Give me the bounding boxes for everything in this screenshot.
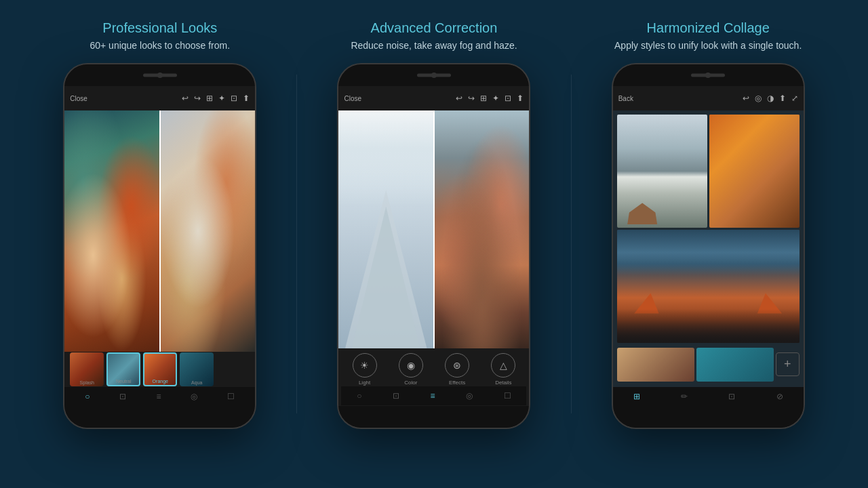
food-before (64, 110, 160, 352)
panel1-subtitle: 60+ unique looks to choose from. (90, 40, 230, 51)
feature-panel-3: Harmonized Collage Apply styles to unify… (579, 14, 837, 474)
tone-icon[interactable]: ◑ (767, 94, 774, 103)
control-color[interactable]: ◉ Color (399, 353, 423, 386)
screen3-content: + (613, 110, 804, 387)
add-photo-button[interactable]: + (776, 352, 800, 376)
close-button-2[interactable]: Close (344, 95, 361, 102)
nav-eye-icon[interactable]: ◎ (191, 392, 197, 401)
undo-icon-3[interactable]: ↩ (743, 94, 749, 103)
share-icon-2[interactable]: ⬆ (517, 94, 524, 103)
phone-bottom-bar-2 (338, 406, 529, 428)
filter-label-orange: Orange (144, 379, 176, 384)
nav-frame-icon-2[interactable]: ☐ (504, 391, 511, 401)
filter-strip: Splash Neutral Orange Aqua (64, 352, 255, 387)
screen1-toolbar: Close ↩ ↪ ⊞ ✦ ⊡ ⬆ (64, 86, 255, 110)
filter-label-aqua: Aqua (180, 380, 214, 385)
nav-collage-icon[interactable]: ⊞ (633, 392, 640, 401)
control-details[interactable]: △ Details (491, 353, 515, 386)
nav-frame-icon-3[interactable]: ⊡ (728, 392, 735, 401)
toolbar-icons-2: ↩ ↪ ⊞ ✦ ⊡ ⬆ (456, 94, 524, 103)
feature-panel-2: Advanced Correction Reduce noise, take a… (305, 14, 563, 474)
nav-crop-icon-2[interactable]: ⊡ (393, 391, 399, 401)
close-button-1[interactable]: Close (70, 95, 87, 102)
phone-mockup-3: Back ↩ ◎ ◑ ⬆ ⤢ (612, 63, 805, 429)
compare-icon-2[interactable]: ⊡ (505, 94, 511, 103)
nav-adjust-icon[interactable]: ≡ (156, 392, 161, 401)
color-icon: ◉ (399, 353, 423, 378)
panel2-subtitle: Reduce noise, take away fog and haze. (351, 40, 517, 51)
filter-neutral[interactable]: Neutral (106, 352, 140, 386)
light-label: Light (359, 380, 370, 386)
phone-mockup-2: Close ↩ ↪ ⊞ ✦ ⊡ ⬆ (337, 63, 530, 429)
compare-icon[interactable]: ⊡ (231, 94, 237, 103)
mountain-before (338, 110, 434, 348)
food-after (160, 110, 256, 352)
screen3-toolbar: Back ↩ ◎ ◑ ⬆ ⤢ (613, 86, 804, 110)
split-line[interactable] (159, 110, 161, 352)
screen2-controls: ☀ Light ◉ Color ⊛ Effects △ (338, 348, 529, 406)
filter-label-splash: Splash (70, 380, 104, 385)
nav-camera-icon[interactable]: ⊘ (776, 392, 783, 401)
feature-panel-1: Professional Looks 60+ unique looks to c… (31, 14, 289, 474)
collage-strip: + (617, 346, 800, 383)
panel3-title: Harmonized Collage (647, 20, 770, 36)
collage-cell-bridge[interactable] (617, 230, 800, 343)
mountain-right-img (434, 110, 530, 348)
nav-looks-icon[interactable]: ○ (85, 392, 90, 401)
image-before (64, 110, 160, 352)
control-light[interactable]: ☀ Light (353, 353, 377, 386)
divider-2 (571, 75, 572, 413)
expand-icon[interactable]: ⤢ (791, 94, 798, 103)
light-icon: ☀ (353, 353, 377, 378)
filter-splash[interactable]: Splash (70, 352, 104, 386)
image-after (160, 110, 256, 352)
toolbar-icons-3: ↩ ◎ ◑ ⬆ ⤢ (743, 94, 798, 103)
color-label: Color (404, 380, 417, 386)
export-icon[interactable]: ⬆ (779, 94, 786, 103)
share-icon-1[interactable]: ⬆ (243, 94, 250, 103)
grid-icon[interactable]: ⊞ (206, 94, 213, 103)
mountain-shape (338, 182, 434, 348)
panel3-subtitle: Apply styles to unify look with a single… (614, 40, 802, 51)
phone-top-bar-1 (64, 64, 255, 86)
nav-adjust-icon-2[interactable]: ≡ (431, 391, 435, 401)
phone-speaker-2 (417, 74, 451, 77)
strip-thumb-1[interactable] (617, 348, 694, 382)
mountain-after (434, 110, 530, 348)
magic-icon-2[interactable]: ✦ (492, 94, 499, 103)
control-effects[interactable]: ⊛ Effects (445, 353, 469, 386)
phone-bottom-bar-1 (64, 406, 255, 428)
collage-main (617, 115, 800, 343)
screen2-toolbar: Close ↩ ↪ ⊞ ✦ ⊡ ⬆ (338, 86, 529, 110)
redo-icon-2[interactable]: ↪ (468, 94, 475, 103)
split-line-2[interactable] (433, 110, 435, 348)
nav-frame-icon[interactable]: ☐ (227, 392, 235, 401)
effects-icon: ⊛ (445, 353, 469, 378)
filter-aqua[interactable]: Aqua (180, 352, 214, 386)
bottom-nav-2: ○ ⊡ ≡ ◎ ☐ (341, 386, 526, 405)
effects-label: Effects (449, 380, 465, 386)
phone-mockup-1: Close ↩ ↪ ⊞ ✦ ⊡ ⬆ (63, 63, 256, 429)
nav-eye-icon-2[interactable]: ◎ (466, 391, 473, 401)
undo-icon[interactable]: ↩ (182, 94, 189, 103)
screen1-image (64, 110, 255, 352)
magic-icon[interactable]: ✦ (218, 94, 225, 103)
nav-edit-icon[interactable]: ✏ (681, 392, 688, 401)
phone-speaker-1 (143, 74, 177, 77)
svg-marker-1 (353, 207, 420, 348)
details-icon: △ (491, 353, 515, 378)
redo-icon[interactable]: ↪ (194, 94, 201, 103)
collage-cell-sunset[interactable] (709, 115, 800, 228)
filter-orange[interactable]: Orange (143, 352, 177, 386)
nav-crop-icon[interactable]: ⊡ (119, 392, 126, 401)
undo-icon-2[interactable]: ↩ (456, 94, 462, 103)
toolbar-icons-1: ↩ ↪ ⊞ ✦ ⊡ ⬆ (182, 94, 250, 103)
back-button[interactable]: Back (618, 95, 633, 102)
nav-looks-icon-2[interactable]: ○ (357, 391, 361, 401)
bottom-nav-3: ⊞ ✏ ⊡ ⊘ (613, 387, 804, 406)
rotate-icon[interactable]: ◎ (755, 94, 762, 103)
phone-speaker-3 (691, 74, 725, 77)
grid-icon-2[interactable]: ⊞ (480, 94, 487, 103)
strip-thumb-2[interactable] (696, 348, 774, 382)
collage-cell-snow[interactable] (617, 115, 707, 228)
